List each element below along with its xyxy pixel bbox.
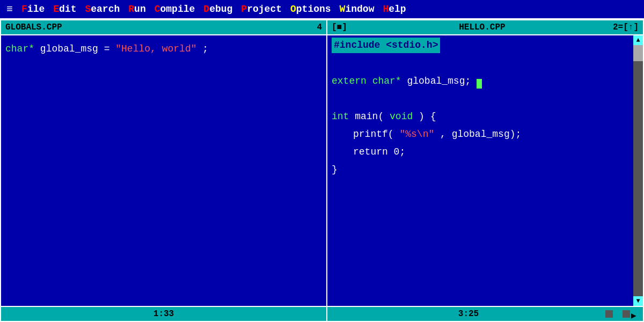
scroll-bar-left <box>605 310 613 318</box>
right-pane-title: HELLO.CPP <box>459 23 505 32</box>
right-pane-scroll-indicator: ▶ <box>605 310 639 318</box>
kw-extern: extern <box>332 76 372 86</box>
fn-main: main( <box>355 111 384 122</box>
right-pane-content[interactable]: #include <stdio.h> extern char* global_m… <box>327 35 643 306</box>
menu-compile[interactable]: Compile <box>150 2 200 17</box>
menu-debug[interactable]: Debug <box>199 2 237 17</box>
menu-run[interactable]: Run <box>124 2 150 17</box>
kw-void: void <box>390 111 413 122</box>
left-pane: GLOBALS.CPP 4 char* global_msg = "Hello,… <box>0 19 327 322</box>
code-assign: = <box>104 43 116 54</box>
code-line-1: char* global_msg = "Hello, world" ; <box>5 42 322 56</box>
scroll-bar-right <box>623 310 630 318</box>
editor-area: GLOBALS.CPP 4 char* global_msg = "Hello,… <box>0 19 644 322</box>
right-pane-number: 2=[↑] <box>613 23 639 32</box>
menu-file[interactable]: File <box>17 2 49 17</box>
scroll-down-button[interactable]: ▼ <box>633 296 643 306</box>
code-line-blank1 <box>332 56 630 71</box>
menu-search[interactable]: Search <box>80 2 124 17</box>
fn-printf: printf( <box>353 129 394 140</box>
menubar: ≡ File Edit Search Run Compile Debug Pro… <box>0 0 644 19</box>
code-line-blank2 <box>332 92 630 106</box>
code-line-printf: printf( "%s\n" , global_msg); <box>332 127 630 142</box>
scroll-handle[interactable] <box>633 45 643 61</box>
code-string-val: "Hello, world" <box>115 43 196 54</box>
left-pane-title: GLOBALS.CPP <box>5 23 62 32</box>
right-scrollbar[interactable]: ▲ ▼ <box>633 35 643 306</box>
include-highlight: #include <stdio.h> <box>332 38 440 53</box>
code-line-main: int main( void ) { <box>332 109 630 124</box>
kw-int: int <box>332 111 355 122</box>
scroll-track <box>633 45 643 296</box>
scroll-arrow-right: ▶ <box>631 310 639 318</box>
left-pane-titlebar: GLOBALS.CPP 4 <box>1 20 326 35</box>
code-line-return: return 0; <box>332 145 630 159</box>
right-pane-statusbar: 3:25 ▶ <box>327 306 643 321</box>
printf-fmt: "%s\n" <box>399 129 434 140</box>
right-pane-cursor-pos: 3:25 <box>332 309 605 319</box>
left-pane-content[interactable]: char* global_msg = "Hello, world" ; <box>1 35 326 306</box>
code-varname: global_msg <box>40 43 104 54</box>
main-brace: ) { <box>419 111 436 122</box>
code-line-extern: extern char* global_msg; <box>332 74 630 89</box>
code-char-type: char* <box>5 43 34 54</box>
menu-options[interactable]: Options <box>286 2 335 17</box>
right-pane: [■] HELLO.CPP 2=[↑] #include <stdio.h> e… <box>327 19 644 322</box>
menu-project[interactable]: Project <box>237 2 286 17</box>
kw-char-ptr: char* <box>372 76 401 86</box>
scroll-bar-thumb <box>614 310 621 318</box>
var-global-msg: global_msg; <box>407 76 471 86</box>
left-pane-cursor-pos: 1:33 <box>153 309 174 319</box>
left-pane-statusbar: 1:33 <box>1 306 326 321</box>
menu-help[interactable]: Help <box>378 2 410 17</box>
kw-return: return 0; <box>353 147 405 157</box>
right-pane-titlebar: [■] HELLO.CPP 2=[↑] <box>327 20 643 35</box>
text-cursor <box>477 79 482 89</box>
close-brace: } <box>332 164 338 175</box>
right-pane-indicator: [■] <box>332 23 347 32</box>
code-semicolon: ; <box>202 43 208 54</box>
code-line-include: #include <stdio.h> <box>332 38 630 53</box>
left-pane-number: 4 <box>317 23 322 32</box>
scroll-up-button[interactable]: ▲ <box>633 35 643 45</box>
menu-window[interactable]: Window <box>335 2 379 17</box>
menu-hamburger[interactable]: ≡ <box>2 1 17 18</box>
code-line-close-brace: } <box>332 163 630 177</box>
menu-edit[interactable]: Edit <box>49 2 80 17</box>
printf-args: , global_msg); <box>440 129 521 140</box>
